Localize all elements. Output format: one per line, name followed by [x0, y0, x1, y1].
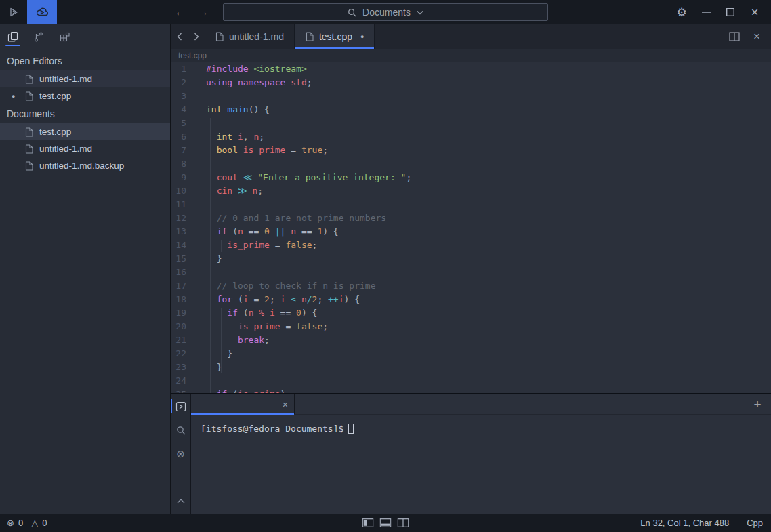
code-token: (: [232, 294, 243, 304]
code-line: 20 is_prime = false;: [171, 320, 771, 333]
kill-terminal-button[interactable]: ⊗: [173, 447, 188, 462]
code-token: main: [227, 104, 248, 115]
toggle-right-panel-button[interactable]: [398, 518, 409, 527]
file-row[interactable]: untitled-1.md: [0, 70, 170, 87]
editor-tab[interactable]: untitled-1.md: [205, 24, 295, 49]
code-token: ): [280, 389, 286, 393]
code-line-text: if (n == 0 || n == 1) {: [206, 225, 339, 239]
code-editor[interactable]: 1#include <iostream>2using namespace std…: [171, 62, 771, 393]
code-line-text: // loop to check if n is prime: [206, 279, 375, 293]
tabs-back-button[interactable]: [171, 24, 188, 49]
editor-tabs: untitled-1.mdtest.cpp●: [205, 24, 375, 49]
status-bar: ⊗ 0 △ 0 Ln 32, Col 1, Char 488 Cpp: [0, 514, 771, 532]
history-back-button[interactable]: ←: [171, 0, 190, 24]
terminal-tab[interactable]: ×: [191, 394, 295, 414]
code-token: [206, 226, 217, 237]
file-name: untitled-1.md.backup: [39, 161, 124, 171]
indent-guide: [221, 308, 222, 373]
line-number: 22: [171, 347, 206, 361]
code-token: ;: [312, 240, 318, 250]
code-line: 17 // loop to check if n is prime: [171, 279, 771, 293]
problems-summary[interactable]: ⊗ 0 △ 0: [0, 518, 47, 528]
tree-section-title[interactable]: Open Editors: [0, 52, 170, 70]
code-token: using: [206, 77, 232, 87]
terminal-search-button[interactable]: [173, 423, 188, 438]
layout-grid-tab-button[interactable]: [56, 24, 73, 49]
minimize-button[interactable]: [694, 0, 718, 24]
code-token: [206, 172, 217, 182]
plus-icon: +: [753, 397, 761, 412]
file-row[interactable]: test.cpp: [0, 123, 170, 140]
global-search-box[interactable]: Documents: [223, 3, 548, 21]
file-row[interactable]: untitled-1.md: [0, 140, 170, 157]
file-icon: [306, 32, 314, 41]
toggle-left-panel-button[interactable]: [362, 518, 374, 527]
collapse-panel-button[interactable]: [173, 493, 188, 508]
code-token: int: [206, 104, 222, 115]
line-number: 17: [171, 279, 206, 293]
code-line-text: using namespace std;: [206, 76, 312, 89]
editor-tab[interactable]: test.cpp●: [295, 24, 375, 49]
line-number: 19: [171, 306, 206, 320]
split-editor-button[interactable]: [729, 32, 740, 41]
code-token: ;: [270, 294, 280, 304]
tabs-forward-button[interactable]: [188, 24, 205, 49]
editor-tabbar: untitled-1.mdtest.cpp● ×: [171, 24, 771, 49]
breadcrumb[interactable]: test.cpp: [171, 49, 771, 62]
modified-dot-icon: ●: [12, 93, 15, 100]
cursor-position[interactable]: Ln 32, Col 1, Char 488: [640, 518, 729, 528]
terminal-output[interactable]: [itsfoss@fedora Documents]$: [191, 415, 771, 434]
line-number: 18: [171, 293, 206, 306]
explorer-tab-button[interactable]: [4, 24, 22, 49]
search-icon: [348, 8, 356, 17]
files-icon: [7, 31, 19, 43]
file-name: untitled-1.md: [39, 144, 92, 154]
code-line: 15 }: [171, 252, 771, 266]
code-token: is_prime: [243, 145, 286, 155]
maximize-button[interactable]: [718, 0, 743, 24]
code-line-text: }: [206, 361, 222, 374]
code-token: std: [291, 77, 306, 87]
file-row[interactable]: ●test.cpp: [0, 87, 170, 104]
code-token: if: [217, 226, 228, 237]
settings-button[interactable]: ⚙: [669, 0, 694, 24]
close-window-button[interactable]: ×: [743, 0, 767, 24]
code-line: 21 break;: [171, 333, 771, 347]
layout-toggles: [362, 518, 409, 527]
close-editor-group-button[interactable]: ×: [753, 30, 760, 43]
search-icon: [176, 426, 186, 435]
code-token: /: [307, 294, 312, 304]
code-token: n: [291, 226, 296, 237]
line-number: 21: [171, 333, 206, 347]
maximize-icon: [726, 8, 734, 16]
git-branch-tab-button[interactable]: [30, 24, 47, 49]
terminal-tab-button[interactable]: [173, 399, 188, 414]
close-terminal-tab-button[interactable]: ×: [283, 399, 288, 410]
code-line: 23 }: [171, 361, 771, 374]
terminal-main: × + [itsfoss@fedora Documents]$: [191, 394, 771, 514]
app-window-tab-inactive[interactable]: [0, 0, 27, 24]
sidebar: Open Editorsuntitled-1.md●test.cppDocume…: [0, 24, 171, 514]
app-window-tab-active[interactable]: [27, 0, 57, 24]
line-number: 14: [171, 239, 206, 252]
new-terminal-button[interactable]: +: [744, 394, 771, 414]
code-line: 6 int i, n;: [171, 130, 771, 144]
file-icon: [25, 75, 33, 84]
file-row[interactable]: untitled-1.md.backup: [0, 157, 170, 174]
code-token: if: [217, 389, 228, 393]
code-token: 2: [264, 294, 270, 304]
code-token: 0: [264, 226, 270, 237]
code-token: ==: [243, 226, 264, 237]
tree-section-title[interactable]: Documents: [0, 104, 170, 123]
tab-label: untitled-1.md: [229, 31, 284, 42]
language-mode[interactable]: Cpp: [747, 518, 763, 528]
code-token: ≪: [243, 172, 253, 182]
code-token: [206, 335, 238, 345]
history-forward-button[interactable]: →: [194, 0, 213, 24]
toggle-bottom-panel-button[interactable]: [380, 518, 392, 527]
code-token: i: [270, 308, 275, 318]
close-icon: ×: [751, 5, 758, 20]
line-number: 8: [171, 157, 206, 171]
file-icon: [215, 32, 224, 41]
code-line-text: cout ≪ "Enter a positive integer: ";: [206, 171, 411, 184]
